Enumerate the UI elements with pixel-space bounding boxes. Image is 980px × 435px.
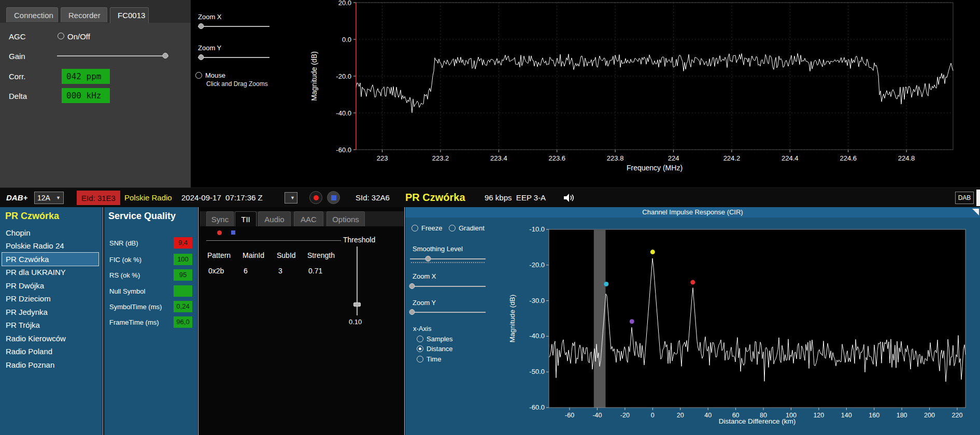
svg-text:20: 20	[677, 412, 684, 419]
gain-label: Gain	[9, 52, 25, 61]
tii-tab-tii[interactable]: TII	[235, 211, 257, 226]
quality-badge-rs: 95	[174, 269, 192, 281]
threshold-label: Threshold	[343, 236, 375, 244]
gain-slider-track	[57, 55, 168, 56]
svg-text:224.4: 224.4	[782, 154, 799, 162]
svg-text:224.6: 224.6	[840, 154, 857, 162]
svg-text:200: 200	[924, 412, 935, 419]
svg-text:Distance Difference (km): Distance Difference (km)	[719, 417, 796, 425]
svg-text:0.0: 0.0	[342, 36, 351, 44]
stream-select[interactable]: ▼	[285, 192, 297, 204]
tii-legend-dot-icon	[217, 230, 222, 235]
speaker-icon[interactable]	[563, 193, 575, 203]
service-item[interactable]: PR Dwójka	[2, 279, 98, 292]
tab-recorder[interactable]: Recorder	[61, 7, 107, 22]
service-item[interactable]: PR Dzieciom	[2, 292, 98, 305]
tii-panel: Sync TII Audio AAC Options Pattern MainI…	[200, 207, 404, 435]
stop-button[interactable]	[327, 191, 340, 204]
tii-tab-aac[interactable]: AAC	[294, 211, 323, 226]
services-header: PR Czwórka	[5, 211, 59, 222]
service-item[interactable]: Radio Poznan	[2, 358, 98, 371]
quality-badge-fic: 100	[174, 254, 192, 265]
service-item[interactable]: PR Trójka	[2, 318, 98, 331]
agc-option-label: On/Off	[67, 32, 90, 41]
bottom-section: PR Czwórka Chopin Polskie Radio 24 PR Cz…	[0, 207, 980, 435]
svg-text:Magnitude (dB): Magnitude (dB)	[508, 295, 516, 342]
svg-text:223.8: 223.8	[607, 154, 624, 162]
spectrum-plot[interactable]: 223223.2223.4223.6223.8224224.2224.4224.…	[191, 0, 980, 187]
svg-text:140: 140	[841, 412, 852, 419]
svg-text:120: 120	[813, 412, 824, 419]
panel-splitter[interactable]	[198, 207, 198, 435]
svg-text:-60: -60	[565, 412, 574, 419]
service-item[interactable]: Radio Poland	[2, 345, 98, 358]
chevron-down-icon: ▼	[56, 195, 61, 200]
svg-text:224.2: 224.2	[723, 154, 741, 162]
spectrum-area: Zoom X Zoom Y Mouse Click and Drag Zooms…	[191, 0, 980, 187]
svg-text:-20.0: -20.0	[336, 72, 351, 80]
tab-connection[interactable]: Connection	[6, 7, 58, 22]
chevron-down-icon: ▼	[290, 195, 295, 200]
resize-corner-icon[interactable]	[972, 209, 979, 215]
agc-radio[interactable]	[58, 33, 64, 39]
svg-text:40: 40	[704, 412, 712, 419]
tii-legend-square-icon	[231, 230, 235, 235]
cir-plot[interactable]: -60-40-20020406080100120140160180200220-…	[405, 218, 980, 435]
threshold-thumb[interactable]	[353, 302, 361, 307]
datetime: 2024-09-17 07:17:36 Z	[181, 193, 263, 202]
threshold-value: 0.10	[349, 318, 362, 326]
dab-badge: DAB	[955, 192, 974, 204]
cir-panel: Channel Impulse Response (CIR) Freeze Gr…	[405, 207, 980, 435]
corr-label: Corr.	[9, 72, 26, 81]
channel-select-value: 12A	[37, 194, 50, 202]
delta-label: Delta	[9, 92, 27, 100]
threshold-slider[interactable]	[353, 247, 361, 315]
service-item[interactable]: Radio Kierowców	[2, 332, 98, 345]
panel-splitter[interactable]	[404, 207, 405, 435]
gain-slider[interactable]	[57, 52, 168, 60]
svg-text:-60.0: -60.0	[336, 146, 351, 154]
tii-cell-pattern: 0x2b	[208, 267, 224, 275]
svg-text:-50.0: -50.0	[529, 368, 545, 375]
channel-select[interactable]: 12A ▼	[34, 192, 64, 204]
panel-splitter[interactable]	[103, 207, 103, 435]
svg-text:20.0: 20.0	[338, 0, 351, 7]
tii-cell-strength: 0.71	[308, 267, 322, 275]
tii-tab-sync[interactable]: Sync	[206, 211, 234, 226]
svg-text:-40.0: -40.0	[336, 109, 351, 117]
gain-slider-thumb[interactable]	[162, 53, 168, 59]
svg-text:223.2: 223.2	[432, 154, 449, 162]
svg-text:223.6: 223.6	[548, 154, 565, 162]
tii-separator	[206, 240, 341, 241]
tuner-panel: Connection Recorder FC0013 AGC On/Off Ga…	[0, 0, 191, 187]
quality-badge-frametime: 96,0	[174, 316, 192, 328]
quality-row-label: FrameTime (ms)	[109, 318, 159, 326]
record-button[interactable]	[309, 191, 322, 204]
tii-tabstrip: Sync TII Audio AAC Options	[200, 211, 404, 226]
svg-text:-60.0: -60.0	[529, 403, 545, 411]
svg-text:-40: -40	[592, 412, 602, 419]
tii-tab-audio[interactable]: Audio	[258, 211, 291, 226]
service-item[interactable]: PR Jedynka	[2, 306, 98, 318]
tii-col-strength: Strength	[307, 251, 335, 259]
svg-text:Frequency (MHz): Frequency (MHz)	[627, 164, 683, 172]
tii-cell-subid: 3	[278, 267, 282, 275]
tii-tab-options[interactable]: Options	[326, 211, 365, 226]
audio-info: 96 kbps EEP 3-A	[485, 193, 546, 202]
service-item-selected[interactable]: PR Czwórka	[2, 253, 98, 266]
tuner-tabstrip: Connection Recorder FC0013	[0, 0, 191, 23]
svg-text:Magnitude (dB): Magnitude (dB)	[310, 51, 318, 101]
svg-text:-30.0: -30.0	[529, 297, 545, 304]
service-item[interactable]: Chopin	[2, 226, 98, 239]
ensemble-name: Polskie Radio	[124, 193, 172, 202]
quality-row-label: SymbolTime (ms)	[109, 303, 162, 311]
service-item[interactable]: Polskie Radio 24	[2, 239, 98, 252]
svg-text:224.8: 224.8	[898, 154, 915, 162]
service-quality-panel: Service Quality SNR (dB) 9,4 FIC (ok %) …	[104, 207, 197, 435]
service-item[interactable]: PR dla UKRAINY	[2, 266, 98, 279]
record-icon	[314, 195, 319, 200]
svg-text:180: 180	[897, 412, 907, 419]
mode-label: DAB+	[6, 193, 27, 202]
quality-header: Service Quality	[108, 211, 176, 222]
tab-fc0013[interactable]: FC0013	[110, 7, 149, 23]
